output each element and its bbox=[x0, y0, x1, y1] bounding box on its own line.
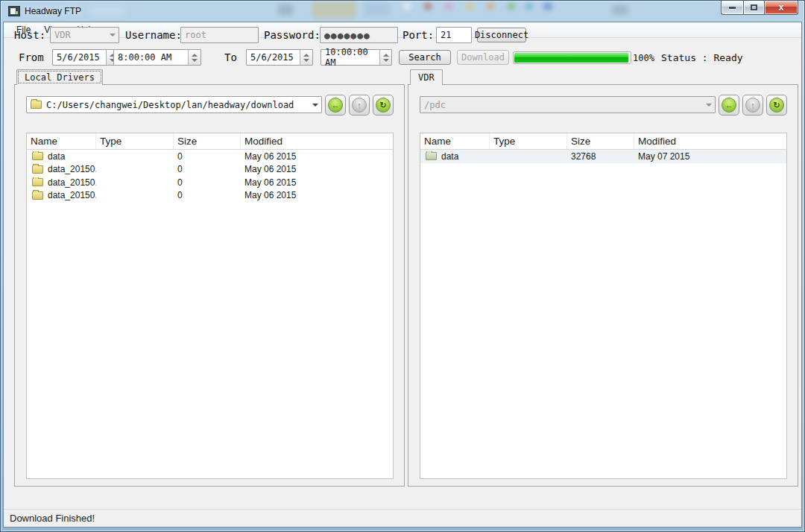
remote-back-button[interactable]: ← bbox=[719, 95, 739, 115]
chevron-down-icon bbox=[107, 28, 119, 42]
status-bar: Download Finished! bbox=[4, 509, 801, 527]
local-path-value: C:/Users/changwei/Desktop/lan/headway/do… bbox=[46, 100, 294, 110]
table-row[interactable]: data_20150... 0 May 06 2015 bbox=[27, 176, 393, 189]
spinner-icon[interactable] bbox=[379, 50, 391, 65]
port-field[interactable]: 21 bbox=[436, 27, 472, 43]
folder-icon bbox=[32, 191, 43, 200]
table-row[interactable]: data_20150... 0 May 06 2015 bbox=[27, 189, 393, 203]
password-field[interactable]: ●●●●●●● bbox=[320, 27, 398, 43]
window-controls: x bbox=[721, 1, 798, 15]
username-field[interactable]: root bbox=[180, 27, 259, 43]
column-header-modified[interactable]: Modified bbox=[634, 133, 786, 149]
remote-path-combobox[interactable]: /pdc bbox=[420, 96, 716, 113]
local-file-table: Name Type Size Modified data 0 May 06 20… bbox=[26, 133, 394, 479]
status-message: Download Finished! bbox=[10, 513, 95, 524]
local-path-combobox[interactable]: C:/Users/changwei/Desktop/lan/headway/do… bbox=[26, 96, 322, 113]
minimize-button[interactable] bbox=[721, 1, 743, 15]
refresh-icon: ↻ bbox=[376, 98, 391, 113]
minimize-icon bbox=[729, 7, 736, 9]
folder-icon bbox=[32, 165, 43, 174]
from-time-value: 8:00:00 AM bbox=[118, 52, 171, 63]
local-pane: C:/Users/changwei/Desktop/lan/headway/do… bbox=[14, 84, 405, 487]
tab-vdr[interactable]: VDR bbox=[410, 69, 443, 85]
progress-percent: 100% bbox=[633, 53, 654, 63]
remote-path-value: /pdc bbox=[424, 100, 446, 110]
username-label: Username: bbox=[125, 29, 182, 41]
table-header: Name Type Size Modified bbox=[27, 133, 393, 150]
progress-fill bbox=[514, 53, 628, 63]
chevron-down-icon[interactable] bbox=[309, 97, 321, 113]
from-time-field[interactable]: 8:00:00 AM bbox=[113, 49, 201, 66]
back-icon: ← bbox=[328, 98, 343, 113]
local-up-button[interactable]: ↑ bbox=[349, 95, 370, 115]
column-header-modified[interactable]: Modified bbox=[241, 133, 393, 149]
window-title: Headway FTP bbox=[25, 6, 81, 16]
to-time-field[interactable]: 10:00:00 AM bbox=[321, 49, 392, 66]
host-label: Host: bbox=[14, 29, 45, 41]
download-button[interactable]: Download bbox=[457, 50, 509, 65]
chevron-down-icon[interactable] bbox=[703, 97, 715, 113]
password-value: ●●●●●●● bbox=[324, 30, 370, 41]
table-row[interactable]: data 0 May 06 2015 bbox=[27, 150, 393, 163]
local-panel: Local Drivers C:/Users/changwei/Desktop/… bbox=[14, 69, 405, 487]
column-header-type[interactable]: Type bbox=[490, 133, 567, 149]
close-icon: x bbox=[779, 3, 784, 12]
tab-label: Local Drivers bbox=[25, 72, 95, 83]
from-date-field[interactable]: 5/6/2015 bbox=[52, 49, 119, 66]
tab-label: VDR bbox=[418, 72, 435, 83]
folder-icon bbox=[32, 178, 43, 186]
remote-file-table: Name Type Size Modified data 32768 May 0… bbox=[420, 133, 787, 479]
port-value: 21 bbox=[441, 30, 451, 40]
status-text: Status : Ready bbox=[661, 52, 743, 63]
column-header-type[interactable]: Type bbox=[96, 133, 174, 149]
table-row[interactable]: data_20150... 0 May 06 2015 bbox=[27, 163, 393, 177]
disconnect-button[interactable]: Disconnect bbox=[477, 28, 526, 42]
to-date-field[interactable]: 5/6/2015 bbox=[246, 49, 313, 66]
from-date-value: 5/6/2015 bbox=[57, 52, 100, 63]
connection-row: Host: VDR Username: root Password: ●●●●●… bbox=[4, 27, 801, 46]
filter-row: From 5/6/2015 8:00:00 AM To 5/6/2015 10:… bbox=[4, 49, 801, 69]
progress-bar bbox=[513, 51, 631, 64]
back-icon: ← bbox=[722, 98, 736, 113]
remote-refresh-button[interactable]: ↻ bbox=[766, 95, 787, 115]
app-window: Headway FTP x File View Help Host: VDR U… bbox=[0, 0, 805, 532]
column-header-name[interactable]: Name bbox=[420, 133, 490, 149]
to-time-value: 10:00:00 AM bbox=[325, 47, 379, 68]
local-refresh-button[interactable]: ↻ bbox=[373, 95, 394, 115]
refresh-icon: ↻ bbox=[769, 98, 784, 113]
spinner-icon[interactable] bbox=[188, 50, 201, 65]
remote-pane: /pdc ← ↑ ↻ Name Type Size Modified bbox=[408, 84, 798, 487]
port-label: Port: bbox=[402, 29, 434, 41]
column-header-name[interactable]: Name bbox=[27, 133, 96, 149]
to-label: To bbox=[224, 51, 237, 63]
app-icon[interactable] bbox=[8, 6, 20, 16]
spinner-icon[interactable] bbox=[300, 50, 312, 65]
remote-up-button[interactable]: ↑ bbox=[742, 95, 763, 115]
to-date-value: 5/6/2015 bbox=[250, 52, 294, 63]
column-header-size[interactable]: Size bbox=[174, 133, 241, 149]
table-row[interactable]: data 32768 May 07 2015 bbox=[420, 150, 786, 163]
host-combobox[interactable]: VDR bbox=[50, 27, 119, 43]
folder-icon bbox=[32, 152, 43, 160]
maximize-icon bbox=[751, 4, 757, 10]
title-bar[interactable]: Headway FTP bbox=[1, 1, 804, 22]
column-header-size[interactable]: Size bbox=[567, 133, 634, 149]
folder-icon bbox=[426, 152, 437, 160]
password-label: Password: bbox=[264, 29, 321, 41]
table-header: Name Type Size Modified bbox=[420, 133, 786, 150]
tab-local-drivers[interactable]: Local Drivers bbox=[16, 69, 103, 85]
from-label: From bbox=[19, 51, 44, 63]
username-value: root bbox=[185, 30, 206, 40]
close-button[interactable]: x bbox=[765, 1, 798, 15]
client-area: File View Help Host: VDR Username: root … bbox=[3, 22, 802, 528]
search-button[interactable]: Search bbox=[399, 50, 451, 65]
remote-panel: VDR /pdc ← ↑ ↻ Name Type Size bbox=[408, 69, 798, 487]
up-icon: ↑ bbox=[352, 98, 367, 113]
local-back-button[interactable]: ← bbox=[325, 95, 346, 115]
maximize-button[interactable] bbox=[743, 1, 765, 15]
host-value: VDR bbox=[54, 30, 71, 40]
up-icon: ↑ bbox=[745, 98, 760, 113]
folder-icon bbox=[31, 101, 42, 109]
